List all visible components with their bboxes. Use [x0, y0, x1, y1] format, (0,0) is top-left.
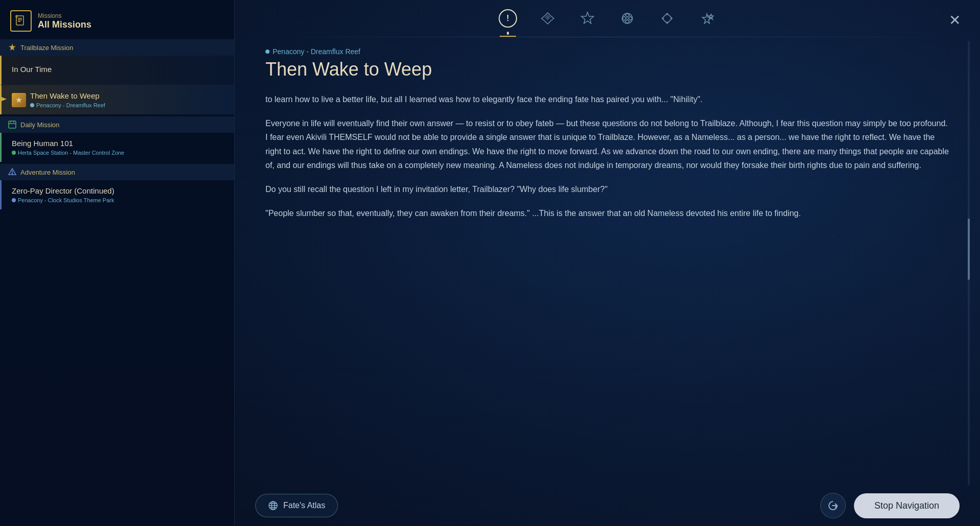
close-button[interactable]: ✕: [944, 10, 965, 31]
content-para-3: "People slumber so that, eventually, the…: [265, 206, 949, 220]
stop-navigation-label: Stop Navigation: [874, 500, 939, 511]
content-para-2: Do you still recall the question I left …: [265, 182, 949, 196]
scroll-thumb: [968, 219, 970, 280]
daily-section: Daily Mission Being Human 101 Herta Spac…: [0, 116, 234, 162]
bottom-right: Stop Navigation: [820, 493, 960, 518]
mission-location-being-human: Herta Space Station - Master Control Zon…: [12, 150, 226, 156]
fates-atlas-button[interactable]: Fate's Atlas: [255, 494, 338, 517]
tab-missions[interactable]: !: [496, 6, 520, 31]
mission-item-in-our-time[interactable]: In Our Time: [0, 56, 234, 85]
trailblaze-section: Trailblaze Mission In Our Time: [0, 39, 234, 114]
adventure-section: Adventure Mission Zero-Pay Director (Con…: [0, 164, 234, 209]
mission-name-then-wake: Then Wake to Weep: [30, 91, 105, 100]
mission-name-in-our-time: In Our Time: [12, 65, 226, 74]
trailblaze-icon: [8, 43, 16, 52]
left-panel: Missions All Missions Trailblaze Mission…: [0, 0, 235, 526]
tab4-icon: [620, 11, 634, 26]
content-location: Penacony - Dreamflux Reef: [265, 47, 949, 56]
svg-marker-5: [2, 97, 7, 101]
trailblaze-label: Trailblaze Mission: [20, 44, 74, 52]
svg-point-12: [12, 173, 13, 174]
location-dot-being-human: [12, 151, 16, 155]
mission-info-then-wake: Then Wake to Weep Penacony - Dreamflux R…: [30, 91, 105, 108]
mission-location-zero-pay: Penacony - Clock Studios Theme Park: [12, 197, 226, 203]
content-text: to learn how to live a better life, but …: [265, 92, 949, 230]
fates-atlas-label: Fate's Atlas: [283, 501, 325, 510]
daily-section-header: Daily Mission: [0, 116, 234, 133]
adventure-icon: [8, 168, 16, 176]
nav-back-icon: [827, 499, 839, 512]
missions-icon: [10, 10, 32, 32]
stop-navigation-button[interactable]: Stop Navigation: [854, 493, 960, 518]
mission-item-being-human[interactable]: Being Human 101 Herta Space Station - Ma…: [0, 133, 234, 162]
mission-item-then-wake[interactable]: Then Wake to Weep Penacony - Dreamflux R…: [0, 85, 234, 114]
left-header: Missions All Missions: [0, 0, 234, 39]
mission-name-zero-pay: Zero-Pay Director (Continued): [12, 186, 226, 195]
location-dot-zero-pay: [12, 198, 16, 202]
daily-label: Daily Mission: [20, 121, 60, 129]
content-spacer: [265, 37, 949, 47]
right-panel: !: [235, 0, 980, 526]
bottom-bar: Fate's Atlas Stop Navigation: [235, 485, 980, 526]
tab-4[interactable]: [615, 6, 640, 31]
content-title: Then Wake to Weep: [265, 59, 949, 80]
adventure-label: Adventure Mission: [20, 169, 75, 176]
mission-location-then-wake: Penacony - Dreamflux Reef: [30, 102, 105, 108]
content-area: Penacony - Dreamflux Reef Then Wake to W…: [235, 37, 980, 526]
tab-5[interactable]: [655, 6, 679, 31]
tab-active-dot: [507, 32, 509, 34]
mission-name-being-human: Being Human 101: [12, 139, 226, 148]
fates-atlas-icon: [268, 500, 278, 511]
tab3-icon: [580, 11, 595, 26]
main-container: Missions All Missions Trailblaze Mission…: [0, 0, 980, 526]
tab-3[interactable]: [575, 6, 600, 31]
adventure-section-header: Adventure Mission: [0, 164, 234, 180]
daily-icon: [8, 121, 16, 129]
tab5-icon: [660, 11, 674, 26]
tab-6[interactable]: [695, 6, 719, 31]
missions-main-title: All Missions: [38, 19, 91, 30]
content-location-dot: [265, 50, 270, 54]
content-location-text: Penacony - Dreamflux Reef: [273, 47, 360, 56]
location-dot-then-wake: [30, 103, 34, 107]
svg-point-13: [622, 13, 632, 23]
trailblaze-section-header: Trailblaze Mission: [0, 39, 234, 56]
active-arrow-icon: [1, 95, 9, 105]
nav-back-button[interactable]: [820, 493, 846, 518]
exclaim-icon: !: [499, 9, 517, 28]
svg-rect-6: [9, 121, 16, 128]
content-para-0: to learn how to live a better life, but …: [265, 92, 949, 106]
content-para-1: Everyone in life will eventually find th…: [265, 116, 949, 172]
tab6-icon: [700, 11, 714, 26]
mission-thumbnail: [12, 93, 26, 107]
tab-2[interactable]: [535, 6, 560, 31]
mission-item-zero-pay[interactable]: Zero-Pay Director (Continued) Penacony -…: [0, 180, 234, 209]
missions-title-group: Missions All Missions: [38, 12, 91, 30]
tab2-icon: [541, 11, 555, 26]
scroll-bar[interactable]: [968, 41, 970, 485]
missions-subtitle: Missions: [38, 12, 91, 19]
top-nav: !: [235, 0, 980, 37]
